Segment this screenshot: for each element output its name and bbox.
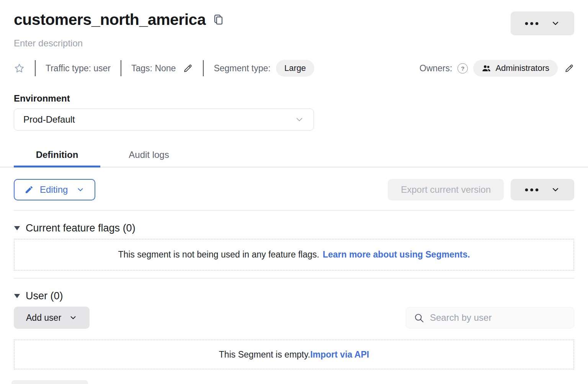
- divider: [203, 60, 204, 76]
- user-controls-row: Add user: [14, 307, 574, 329]
- segment-type-label: Segment type:: [214, 63, 270, 74]
- owners-badge[interactable]: Administrators: [473, 60, 558, 77]
- definition-more-actions-button[interactable]: [511, 179, 574, 200]
- divider: [35, 60, 36, 76]
- tab-definition-label: Definition: [36, 149, 78, 160]
- traffic-type-label: Traffic type: user: [46, 63, 111, 74]
- export-current-version-button[interactable]: Export current version: [388, 179, 504, 200]
- chevron-down-icon: [76, 185, 85, 194]
- tab-audit-logs[interactable]: Audit logs: [100, 144, 198, 167]
- page-header: customers_north_america Enter descriptio…: [0, 0, 588, 131]
- collapse-triangle-icon: [14, 294, 20, 299]
- editing-button-label: Editing: [40, 184, 68, 195]
- chevron-down-icon: [294, 115, 304, 125]
- tags-label: Tags: None: [131, 63, 176, 74]
- title-row: customers_north_america: [14, 0, 574, 29]
- environment-section: Environment Prod-Default: [14, 93, 574, 131]
- chevron-down-icon: [69, 313, 77, 322]
- pencil-icon: [24, 185, 34, 194]
- edit-tags-icon[interactable]: [183, 63, 193, 74]
- user-heading: User (0): [26, 290, 63, 302]
- page-title: customers_north_america: [14, 11, 206, 29]
- tab-bar: Definition Audit logs: [0, 144, 588, 167]
- user-section-toggle[interactable]: User (0): [14, 290, 574, 302]
- tab-definition[interactable]: Definition: [14, 144, 100, 167]
- feature-flags-section-toggle[interactable]: Current feature flags (0): [14, 222, 574, 234]
- tab-audit-logs-label: Audit logs: [129, 149, 169, 160]
- toolbar-right-group: Export current version: [388, 179, 574, 200]
- collapse-triangle-icon: [14, 226, 20, 231]
- favorite-star-icon[interactable]: [14, 63, 25, 74]
- edit-owners-icon[interactable]: [564, 63, 574, 74]
- ellipsis-icon: [525, 187, 539, 193]
- feature-flags-heading: Current feature flags (0): [26, 222, 136, 234]
- environment-selected-value: Prod-Default: [23, 114, 75, 125]
- divider: [121, 60, 121, 76]
- partially-visible-element[interactable]: [11, 380, 88, 384]
- people-icon: [482, 64, 491, 73]
- owners-badge-label: Administrators: [495, 63, 549, 73]
- segment-empty-text: This Segment is empty.: [219, 350, 310, 360]
- owners-label: Owners:: [420, 63, 452, 74]
- environment-label: Environment: [14, 93, 574, 104]
- section-divider: [14, 278, 574, 279]
- feature-flags-empty-state: This segment is not being used in any fe…: [14, 239, 574, 271]
- copy-icon[interactable]: [213, 14, 224, 26]
- learn-more-link[interactable]: Learn more about using Segments.: [323, 249, 470, 260]
- add-user-button[interactable]: Add user: [14, 307, 90, 329]
- environment-select[interactable]: Prod-Default: [14, 108, 314, 131]
- editing-mode-button[interactable]: Editing: [14, 179, 95, 200]
- user-empty-state: This Segment is empty.Import via API: [14, 340, 574, 369]
- feature-flags-empty-text: This segment is not being used in any fe…: [118, 249, 319, 260]
- search-by-user-input[interactable]: [429, 312, 566, 323]
- header-more-actions-button[interactable]: [511, 11, 574, 35]
- add-user-button-label: Add user: [26, 313, 61, 323]
- user-search-box: [406, 307, 574, 328]
- segment-detail-page: customers_north_america Enter descriptio…: [0, 0, 588, 369]
- help-icon[interactable]: ?: [457, 63, 468, 74]
- description-field[interactable]: Enter description: [14, 38, 574, 49]
- ellipsis-icon: [525, 21, 539, 26]
- segment-type-badge: Large: [276, 60, 314, 77]
- meta-row: Traffic type: user Tags: None Segment ty…: [14, 59, 574, 77]
- section-divider: [14, 210, 574, 211]
- import-via-api-link[interactable]: Import via API: [310, 350, 369, 360]
- search-icon: [414, 313, 424, 323]
- definition-toolbar: Editing Export current version: [14, 179, 574, 200]
- chevron-down-icon: [551, 185, 560, 194]
- chevron-down-icon: [551, 19, 560, 28]
